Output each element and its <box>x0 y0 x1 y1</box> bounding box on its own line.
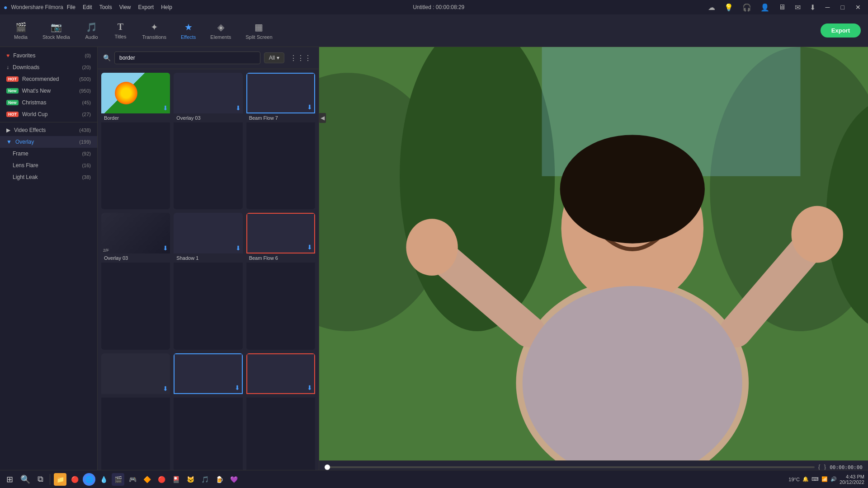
taskbar-filmora[interactable]: 🎬 <box>112 473 124 486</box>
taskbar-app-8[interactable]: 🔴 <box>155 473 168 486</box>
effect-card-item9[interactable]: ⬇ <box>246 353 315 484</box>
taskbar-chrome[interactable]: 🌐 <box>83 473 95 486</box>
taskbar-right: 19°C 🔔 ⌨ 📶 🔊 4:43 PM 20/12/2022 <box>788 474 864 485</box>
favorites-count: (0) <box>85 53 91 58</box>
taskbar-app-11[interactable]: 🎵 <box>198 473 211 486</box>
sidebar-item-lens-flare[interactable]: Lens Flare (16) <box>0 160 97 171</box>
close-button[interactable]: ✕ <box>852 3 864 12</box>
sidebar-item-light-leak[interactable]: Light Leak (38) <box>0 171 97 183</box>
menu-edit[interactable]: Edit <box>83 4 92 10</box>
effect-thumb-item9: ⬇ <box>246 353 315 394</box>
monitor-icon[interactable]: 🖥 <box>776 2 788 12</box>
download-indicator: ⬇ <box>163 104 168 112</box>
task-view-button[interactable]: ⧉ <box>35 474 46 485</box>
effect-card-item8[interactable]: ⬇ <box>174 353 242 484</box>
effect-card-beam7[interactable]: ⬇ Beam Flow 7 <box>246 73 315 209</box>
cloud-icon[interactable]: ☁ <box>705 2 718 13</box>
effect-card-overlay03-2[interactable]: 2/F ⬇ Overlay 03 <box>101 213 170 349</box>
effect-card-overlay03-1[interactable]: ⬇ Overlay 03 <box>174 73 242 209</box>
toolbar-stock-label: Stock Media <box>42 34 70 40</box>
search-input[interactable] <box>114 52 260 64</box>
progress-handle[interactable] <box>325 465 330 470</box>
svg-point-13 <box>791 206 843 263</box>
left-panel: ♥ Favorites (0) ↓ Downloads (20) HOT Rec… <box>0 47 98 488</box>
effect-label-shadow1: Shadow 1 <box>174 253 242 263</box>
lensflare-count: (16) <box>82 163 91 168</box>
grid-view-button[interactable]: ⋮⋮⋮ <box>288 52 313 64</box>
menu-help[interactable]: Help <box>161 4 172 10</box>
taskbar-explorer[interactable]: 📁 <box>54 473 66 486</box>
taskbar-app-6[interactable]: 🎮 <box>126 473 139 486</box>
overlay-expand-icon: ▼ <box>6 139 12 145</box>
taskbar-app-9[interactable]: 🎴 <box>170 473 182 486</box>
toolbar-split-screen[interactable]: ▦ Split Screen <box>239 19 278 42</box>
sidebar-item-overlay[interactable]: ▼ Overlay (199) <box>0 136 97 148</box>
taskbar-app-7[interactable]: 🔶 <box>141 473 153 486</box>
hot-badge-recommended: HOT <box>6 76 19 82</box>
sidebar-item-favorites[interactable]: ♥ Favorites (0) <box>0 50 97 61</box>
sidebar-item-whats-new[interactable]: New What's New (950) <box>0 85 97 97</box>
toolbar-media-label: Media <box>14 34 28 40</box>
download-icon[interactable]: ⬇ <box>807 2 818 13</box>
collapse-panel-button[interactable]: ◀ <box>319 113 326 123</box>
toolbar-split-label: Split Screen <box>245 34 272 40</box>
download-indicator-4: ⬇ <box>163 244 168 252</box>
sidebar-item-christmas[interactable]: New Christmas (45) <box>0 97 97 108</box>
effect-label-border: Border <box>101 113 170 122</box>
effect-card-beam6[interactable]: ⬇ Beam Flow 6 <box>246 213 315 349</box>
effect-thumb-item7: ⬇ <box>101 353 170 394</box>
toolbar-audio-label: Audio <box>85 34 98 40</box>
sidebar-item-world-cup[interactable]: HOT World Cup (27) <box>0 108 97 120</box>
toolbar-elements[interactable]: ◈ Elements <box>204 19 237 42</box>
taskbar-app-4[interactable]: 💧 <box>97 473 110 486</box>
new-badge-christmas: New <box>6 100 19 105</box>
headset-icon[interactable]: 🎧 <box>740 2 754 13</box>
filter-dropdown[interactable]: All ▾ <box>264 52 284 63</box>
menu-bar: File Edit Tools View Export Help <box>67 4 172 10</box>
toolbar-titles[interactable]: T Titles <box>107 19 134 42</box>
export-button[interactable]: Export <box>821 23 861 38</box>
effect-card-shadow1[interactable]: ⬇ Shadow 1 <box>174 213 242 349</box>
sidebar-favorites-label: Favorites <box>13 52 35 59</box>
bulb-icon[interactable]: 💡 <box>722 2 736 13</box>
svg-point-15 <box>560 135 705 243</box>
elements-icon: ◈ <box>217 22 224 33</box>
search-bar: 🔍 All ▾ ⋮⋮⋮ <box>98 47 319 69</box>
sidebar-item-recommended[interactable]: HOT Recommended (500) <box>0 73 97 85</box>
mail-icon[interactable]: ✉ <box>792 2 803 13</box>
toolbar-stock-media[interactable]: 📷 Stock Media <box>36 19 76 42</box>
sidebar-item-frame[interactable]: Frame (92) <box>0 148 97 160</box>
taskbar-app-13[interactable]: 💜 <box>227 473 240 486</box>
taskbar-date-value: 20/12/2022 <box>840 479 864 485</box>
user-icon[interactable]: 👤 <box>758 2 772 13</box>
menu-file[interactable]: File <box>67 4 75 10</box>
taskbar-app-2[interactable]: 🔴 <box>68 473 81 486</box>
sidebar-item-video-effects[interactable]: ▶ Video Effects (438) <box>0 124 97 136</box>
sidebar-lightleak-label: Light Leak <box>13 174 38 180</box>
menu-tools[interactable]: Tools <box>99 4 112 10</box>
effect-thumb-beam7: ⬇ <box>246 73 315 113</box>
frame-count: (92) <box>82 151 91 156</box>
search-button[interactable]: 🔍 <box>18 474 33 485</box>
toolbar-transitions[interactable]: ✦ Transitions <box>136 19 173 42</box>
download-indicator-9: ⬇ <box>307 384 312 391</box>
effect-card-border[interactable]: ⬇ Border <box>101 73 170 209</box>
search-icon: 🔍 <box>103 54 111 61</box>
taskbar-app-10[interactable]: 🐱 <box>184 473 197 486</box>
taskbar-app-12[interactable]: 🍺 <box>213 473 226 486</box>
toolbar-audio[interactable]: 🎵 Audio <box>78 19 105 42</box>
menu-export[interactable]: Export <box>138 4 154 10</box>
effect-label-beam7: Beam Flow 7 <box>246 113 315 122</box>
maximize-button[interactable]: □ <box>837 3 848 12</box>
effect-card-item7[interactable]: ⬇ <box>101 353 170 484</box>
toolbar-media[interactable]: 🎬 Media <box>7 19 34 42</box>
menu-view[interactable]: View <box>119 4 131 10</box>
toolbar-effects[interactable]: ★ Effects <box>175 19 202 42</box>
christmas-count: (45) <box>82 100 91 105</box>
download-indicator-7: ⬇ <box>163 385 168 392</box>
progress-track[interactable] <box>325 466 815 468</box>
flower-thumbnail <box>101 73 170 113</box>
minimize-button[interactable]: ─ <box>822 3 834 12</box>
sidebar-item-downloads[interactable]: ↓ Downloads (20) <box>0 61 97 73</box>
start-button[interactable]: ⊞ <box>4 474 16 485</box>
